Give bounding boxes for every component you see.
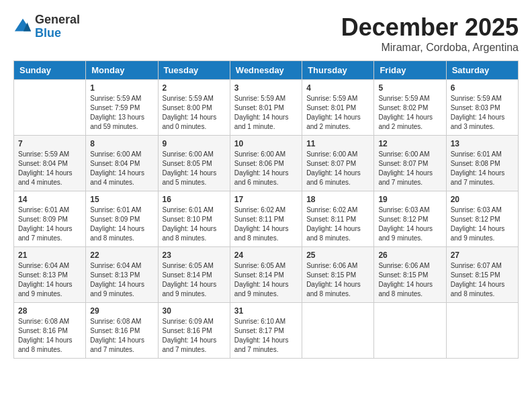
- page-header: General Blue December 2025 Miramar, Cord…: [13, 13, 519, 54]
- weekday-header: Wednesday: [230, 61, 302, 80]
- calendar-cell: 5Sunrise: 5:59 AMSunset: 8:02 PMDaylight…: [374, 80, 446, 136]
- day-number: 16: [163, 195, 226, 204]
- day-number: 13: [451, 139, 514, 148]
- weekday-header: Thursday: [302, 61, 374, 80]
- day-info: Sunrise: 5:59 AMSunset: 8:02 PMDaylight:…: [378, 94, 441, 132]
- day-info: Sunrise: 6:02 AMSunset: 8:11 PMDaylight:…: [306, 205, 369, 243]
- day-info: Sunrise: 6:00 AMSunset: 8:07 PMDaylight:…: [378, 150, 441, 187]
- calendar-cell: 26Sunrise: 6:06 AMSunset: 8:15 PMDayligh…: [374, 247, 446, 303]
- calendar-cell: 30Sunrise: 6:09 AMSunset: 8:16 PMDayligh…: [158, 303, 230, 359]
- weekday-header: Monday: [86, 61, 158, 80]
- day-info: Sunrise: 6:00 AMSunset: 8:05 PMDaylight:…: [163, 150, 226, 187]
- day-number: 27: [451, 250, 514, 260]
- calendar-cell: 4Sunrise: 5:59 AMSunset: 8:01 PMDaylight…: [302, 80, 374, 136]
- day-number: 11: [306, 139, 369, 148]
- calendar-cell: 16Sunrise: 6:01 AMSunset: 8:10 PMDayligh…: [158, 191, 230, 247]
- day-number: 22: [90, 250, 153, 260]
- day-number: 17: [234, 195, 298, 204]
- day-info: Sunrise: 6:01 AMSunset: 8:10 PMDaylight:…: [163, 205, 226, 243]
- day-info: Sunrise: 6:01 AMSunset: 8:08 PMDaylight:…: [451, 150, 514, 187]
- calendar-cell: 10Sunrise: 6:00 AMSunset: 8:06 PMDayligh…: [230, 136, 302, 191]
- month-title: December 2025: [341, 13, 519, 42]
- day-info: Sunrise: 6:06 AMSunset: 8:15 PMDaylight:…: [306, 261, 369, 299]
- calendar-cell: 25Sunrise: 6:06 AMSunset: 8:15 PMDayligh…: [302, 247, 374, 303]
- day-info: Sunrise: 5:59 AMSunset: 8:03 PMDaylight:…: [451, 94, 514, 132]
- day-number: 20: [451, 195, 514, 204]
- calendar-cell: 28Sunrise: 6:08 AMSunset: 8:16 PMDayligh…: [14, 303, 86, 359]
- calendar-week-row: 1Sunrise: 5:59 AMSunset: 7:59 PMDaylight…: [14, 80, 519, 136]
- calendar-cell: 20Sunrise: 6:03 AMSunset: 8:12 PMDayligh…: [446, 191, 518, 247]
- calendar-cell: 11Sunrise: 6:00 AMSunset: 8:07 PMDayligh…: [302, 136, 374, 191]
- day-info: Sunrise: 6:02 AMSunset: 8:11 PMDaylight:…: [234, 205, 298, 243]
- logo: General Blue: [13, 13, 80, 40]
- day-number: 21: [18, 250, 81, 260]
- day-info: Sunrise: 6:04 AMSunset: 8:13 PMDaylight:…: [18, 261, 81, 299]
- day-number: 6: [451, 83, 514, 93]
- calendar-cell: 19Sunrise: 6:03 AMSunset: 8:12 PMDayligh…: [374, 191, 446, 247]
- calendar-cell: [374, 303, 446, 359]
- day-number: 5: [378, 83, 441, 93]
- day-number: 9: [163, 139, 226, 148]
- day-number: 29: [90, 306, 153, 316]
- calendar-cell: 24Sunrise: 6:05 AMSunset: 8:14 PMDayligh…: [230, 247, 302, 303]
- day-number: 2: [163, 83, 226, 93]
- day-number: 15: [90, 195, 153, 204]
- day-number: 24: [234, 250, 298, 260]
- calendar-cell: 14Sunrise: 6:01 AMSunset: 8:09 PMDayligh…: [14, 191, 86, 247]
- calendar-cell: 29Sunrise: 6:08 AMSunset: 8:16 PMDayligh…: [86, 303, 158, 359]
- calendar-cell: 22Sunrise: 6:04 AMSunset: 8:13 PMDayligh…: [86, 247, 158, 303]
- calendar-cell: 8Sunrise: 6:00 AMSunset: 8:04 PMDaylight…: [86, 136, 158, 191]
- day-info: Sunrise: 6:08 AMSunset: 8:16 PMDaylight:…: [18, 317, 81, 355]
- day-number: 4: [306, 83, 369, 93]
- weekday-header: Saturday: [446, 61, 518, 80]
- calendar-table: SundayMondayTuesdayWednesdayThursdayFrid…: [13, 60, 519, 359]
- day-info: Sunrise: 5:59 AMSunset: 8:01 PMDaylight:…: [306, 94, 369, 132]
- calendar-cell: 18Sunrise: 6:02 AMSunset: 8:11 PMDayligh…: [302, 191, 374, 247]
- calendar-cell: 17Sunrise: 6:02 AMSunset: 8:11 PMDayligh…: [230, 191, 302, 247]
- calendar-cell: 9Sunrise: 6:00 AMSunset: 8:05 PMDaylight…: [158, 136, 230, 191]
- logo-blue-text: Blue: [35, 27, 80, 40]
- day-number: 12: [378, 139, 441, 148]
- calendar-cell: [14, 80, 86, 136]
- day-number: 10: [234, 139, 298, 148]
- day-number: 30: [163, 306, 226, 316]
- logo-icon: [13, 17, 32, 36]
- calendar-cell: 15Sunrise: 6:01 AMSunset: 8:09 PMDayligh…: [86, 191, 158, 247]
- title-block: December 2025 Miramar, Cordoba, Argentin…: [341, 13, 519, 54]
- day-info: Sunrise: 6:03 AMSunset: 8:12 PMDaylight:…: [378, 205, 441, 243]
- calendar-cell: 2Sunrise: 5:59 AMSunset: 8:00 PMDaylight…: [158, 80, 230, 136]
- day-info: Sunrise: 6:07 AMSunset: 8:15 PMDaylight:…: [451, 261, 514, 299]
- calendar-cell: 3Sunrise: 5:59 AMSunset: 8:01 PMDaylight…: [230, 80, 302, 136]
- calendar-week-row: 14Sunrise: 6:01 AMSunset: 8:09 PMDayligh…: [14, 191, 519, 247]
- day-number: 26: [378, 250, 441, 260]
- calendar-week-row: 28Sunrise: 6:08 AMSunset: 8:16 PMDayligh…: [14, 303, 519, 359]
- day-info: Sunrise: 6:00 AMSunset: 8:07 PMDaylight:…: [306, 150, 369, 187]
- calendar-cell: 31Sunrise: 6:10 AMSunset: 8:17 PMDayligh…: [230, 303, 302, 359]
- logo-general-text: General: [35, 13, 80, 27]
- weekday-header: Sunday: [14, 61, 86, 80]
- weekday-header: Tuesday: [158, 61, 230, 80]
- calendar-header-row: SundayMondayTuesdayWednesdayThursdayFrid…: [14, 61, 519, 80]
- day-info: Sunrise: 6:00 AMSunset: 8:06 PMDaylight:…: [234, 150, 298, 187]
- calendar-cell: 27Sunrise: 6:07 AMSunset: 8:15 PMDayligh…: [446, 247, 518, 303]
- day-info: Sunrise: 6:04 AMSunset: 8:13 PMDaylight:…: [90, 261, 153, 299]
- logo-text: General Blue: [35, 13, 80, 40]
- day-number: 28: [18, 306, 81, 316]
- day-info: Sunrise: 6:05 AMSunset: 8:14 PMDaylight:…: [234, 261, 298, 299]
- day-info: Sunrise: 6:05 AMSunset: 8:14 PMDaylight:…: [163, 261, 226, 299]
- calendar-cell: 13Sunrise: 6:01 AMSunset: 8:08 PMDayligh…: [446, 136, 518, 191]
- day-info: Sunrise: 6:09 AMSunset: 8:16 PMDaylight:…: [163, 317, 226, 355]
- calendar-cell: [446, 303, 518, 359]
- day-info: Sunrise: 6:10 AMSunset: 8:17 PMDaylight:…: [234, 317, 298, 355]
- calendar-week-row: 21Sunrise: 6:04 AMSunset: 8:13 PMDayligh…: [14, 247, 519, 303]
- day-info: Sunrise: 6:03 AMSunset: 8:12 PMDaylight:…: [451, 205, 514, 243]
- day-number: 31: [234, 306, 298, 316]
- day-info: Sunrise: 6:01 AMSunset: 8:09 PMDaylight:…: [18, 205, 81, 243]
- day-info: Sunrise: 5:59 AMSunset: 8:04 PMDaylight:…: [18, 150, 81, 187]
- day-info: Sunrise: 6:06 AMSunset: 8:15 PMDaylight:…: [378, 261, 441, 299]
- day-number: 8: [90, 139, 153, 148]
- location-title: Miramar, Cordoba, Argentina: [341, 42, 519, 54]
- day-number: 25: [306, 250, 369, 260]
- calendar-cell: 23Sunrise: 6:05 AMSunset: 8:14 PMDayligh…: [158, 247, 230, 303]
- day-info: Sunrise: 5:59 AMSunset: 7:59 PMDaylight:…: [90, 94, 153, 132]
